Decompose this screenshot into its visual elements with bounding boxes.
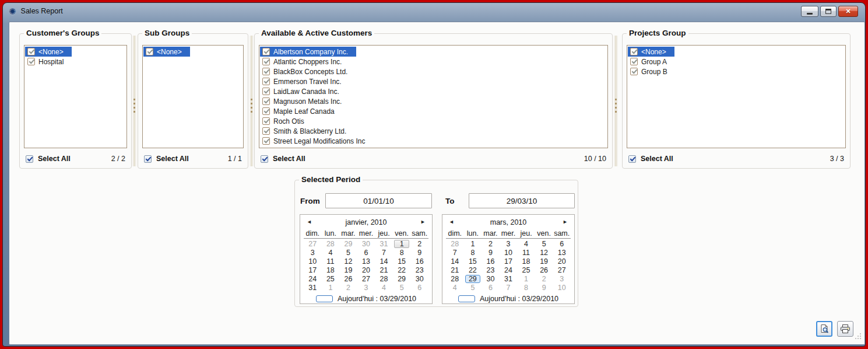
date-cell[interactable]: 24 — [500, 266, 518, 275]
select-all-label[interactable]: Select All — [156, 155, 189, 163]
date-cell[interactable]: 8 — [517, 284, 535, 292]
date-cell[interactable]: 29 — [339, 240, 357, 249]
date-cell[interactable]: 1 — [517, 275, 535, 284]
date-cell[interactable]: 18 — [517, 257, 535, 266]
date-cell[interactable]: 3 — [304, 249, 322, 257]
list-item[interactable]: Roch Otis — [260, 116, 312, 126]
date-cell[interactable]: 2 — [482, 240, 500, 249]
date-cell[interactable]: 8 — [393, 249, 411, 257]
to-date-input[interactable] — [469, 193, 575, 208]
list-item[interactable]: Magnuson Metals Inc. — [260, 96, 350, 106]
date-cell[interactable]: 15 — [464, 257, 482, 266]
date-cell[interactable]: 29 — [464, 275, 482, 284]
date-cell[interactable]: 2 — [535, 275, 553, 284]
date-cell[interactable]: 21 — [446, 266, 464, 275]
date-cell[interactable]: 27 — [304, 240, 322, 249]
date-cell[interactable]: 9 — [535, 284, 553, 292]
select-all-label[interactable]: Select All — [38, 155, 71, 163]
item-checkbox[interactable] — [27, 48, 35, 55]
list-item[interactable]: BlackBox Concepts Ltd. — [260, 67, 356, 76]
date-cell[interactable]: 28 — [375, 275, 393, 284]
date-cell[interactable]: 12 — [339, 257, 357, 266]
date-cell[interactable]: 5 — [464, 284, 482, 292]
date-cell[interactable]: 28 — [322, 240, 340, 249]
item-checkbox[interactable] — [262, 107, 270, 115]
next-month-arrow-icon[interactable]: ► — [420, 219, 426, 225]
date-cell[interactable]: 7 — [446, 249, 464, 257]
item-checkbox[interactable] — [262, 68, 270, 75]
date-cell[interactable]: 27 — [553, 266, 571, 275]
select-all-checkbox[interactable] — [628, 155, 636, 163]
list-item[interactable]: Street Legal Modifications Inc — [260, 136, 373, 146]
date-cell[interactable]: 1 — [322, 284, 340, 292]
date-cell[interactable]: 30 — [357, 240, 375, 249]
date-cell[interactable]: 1 — [393, 240, 411, 249]
date-cell[interactable]: 6 — [357, 249, 375, 257]
date-cell[interactable]: 3 — [357, 284, 375, 292]
next-month-arrow-icon[interactable]: ► — [563, 219, 568, 225]
date-cell[interactable]: 16 — [482, 257, 500, 266]
date-cell[interactable]: 2 — [410, 240, 428, 249]
date-cell[interactable]: 20 — [553, 257, 571, 266]
item-checkbox[interactable] — [262, 97, 270, 105]
date-cell[interactable]: 8 — [464, 249, 482, 257]
from-date-input[interactable] — [325, 193, 432, 208]
date-cell[interactable]: 1 — [464, 240, 482, 249]
date-cell[interactable]: 19 — [339, 266, 357, 275]
date-cell[interactable]: 10 — [304, 257, 322, 266]
today-label[interactable]: Aujourd'hui : 03/29/2010 — [338, 295, 416, 303]
date-cell[interactable]: 28 — [446, 275, 464, 284]
date-cell[interactable]: 4 — [322, 249, 340, 257]
date-cell[interactable]: 28 — [446, 240, 464, 249]
list-item[interactable]: <None> — [25, 47, 72, 57]
date-cell[interactable]: 31 — [304, 284, 322, 292]
select-all-label[interactable]: Select All — [273, 155, 305, 163]
item-checkbox[interactable] — [27, 58, 35, 65]
date-cell[interactable]: 26 — [339, 275, 357, 284]
prev-month-arrow-icon[interactable]: ◄ — [307, 219, 312, 225]
item-checkbox[interactable] — [630, 48, 638, 55]
customers-list[interactable]: Albertson Company Inc.Atlantic Choppers … — [259, 45, 608, 148]
close-button[interactable]: ✕ — [838, 6, 858, 17]
date-cell[interactable]: 3 — [553, 275, 571, 284]
date-cell[interactable]: 23 — [410, 266, 428, 275]
list-item[interactable]: Smith & Blackberry Ltd. — [260, 126, 354, 136]
minimize-button[interactable] — [801, 6, 818, 17]
today-label[interactable]: Aujourd'hui : 03/29/2010 — [480, 295, 558, 303]
date-cell[interactable]: 30 — [482, 275, 500, 284]
date-cell[interactable]: 25 — [322, 275, 340, 284]
date-cell[interactable]: 21 — [375, 266, 393, 275]
date-cell[interactable]: 16 — [410, 257, 428, 266]
date-cell[interactable]: 15 — [393, 257, 411, 266]
item-checkbox[interactable] — [262, 48, 270, 55]
print-button[interactable] — [837, 321, 853, 337]
projects-group-list[interactable]: <None>Group AGroup B — [627, 45, 846, 148]
date-cell[interactable]: 20 — [357, 266, 375, 275]
date-cell[interactable]: 4 — [446, 284, 464, 292]
item-checkbox[interactable] — [262, 137, 270, 145]
date-cell[interactable]: 19 — [535, 257, 553, 266]
list-item[interactable]: Group A — [628, 57, 675, 67]
date-cell[interactable]: 13 — [553, 249, 571, 257]
date-cell[interactable]: 7 — [375, 249, 393, 257]
prev-month-arrow-icon[interactable]: ◄ — [449, 219, 454, 225]
maximize-button[interactable] — [820, 6, 837, 17]
select-all-checkbox[interactable] — [26, 155, 33, 163]
resize-grip[interactable] — [855, 338, 856, 339]
date-cell[interactable]: 30 — [410, 275, 428, 284]
date-cell[interactable]: 17 — [304, 266, 322, 275]
date-cell[interactable]: 7 — [500, 284, 518, 292]
date-cell[interactable]: 13 — [357, 257, 375, 266]
date-cell[interactable]: 17 — [500, 257, 518, 266]
item-checkbox[interactable] — [630, 58, 638, 65]
date-cell[interactable]: 11 — [517, 249, 535, 257]
item-checkbox[interactable] — [262, 58, 270, 65]
item-checkbox[interactable] — [630, 68, 638, 75]
date-cell[interactable]: 3 — [500, 240, 518, 249]
date-cell[interactable]: 22 — [464, 266, 482, 275]
select-all-checkbox[interactable] — [261, 155, 268, 163]
item-checkbox[interactable] — [146, 48, 153, 55]
date-cell[interactable]: 10 — [500, 249, 518, 257]
date-cell[interactable]: 18 — [322, 266, 340, 275]
date-cell[interactable]: 5 — [535, 240, 553, 249]
